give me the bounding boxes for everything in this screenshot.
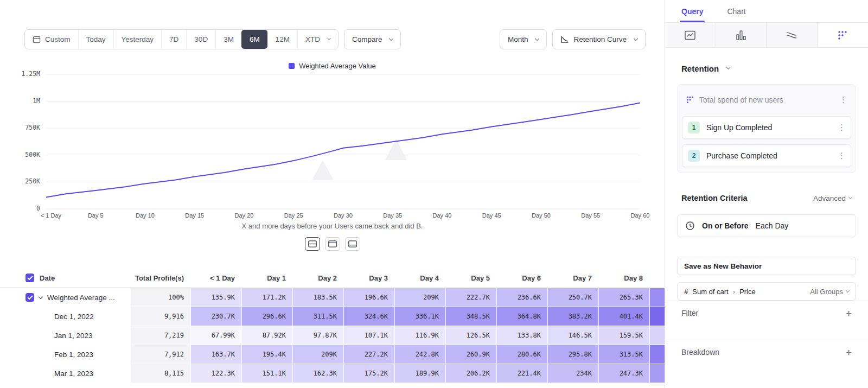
retention-value-cell[interactable]: 146.5K: [548, 326, 598, 345]
breakdown-section[interactable]: Breakdown +: [665, 340, 868, 379]
retention-value-cell[interactable]: 87.92K: [242, 326, 292, 345]
retention-value-cell[interactable]: 221.4K: [497, 364, 547, 383]
retention-value-cell[interactable]: 163.7K: [191, 345, 241, 364]
retention-value-cell[interactable]: 260.9K: [446, 345, 496, 364]
retention-value-cell[interactable]: 313.5K: [599, 345, 649, 364]
advanced-dropdown[interactable]: Advanced: [813, 194, 852, 202]
chart-type-funnel-tab[interactable]: [716, 23, 767, 47]
retention-value-cell[interactable]: 336.1K: [395, 307, 445, 326]
chart-type-button[interactable]: Retention Curve: [552, 29, 646, 49]
retention-value-cell[interactable]: 242.8K: [395, 345, 445, 364]
chart-type-flows-tab[interactable]: [767, 23, 818, 47]
retention-value-cell[interactable]: 324.6K: [344, 307, 394, 326]
retention-value-cell[interactable]: 206.2K: [446, 364, 496, 383]
retention-value-cell[interactable]: 135.9K: [191, 288, 241, 307]
retention-value-cell[interactable]: 222.7K: [446, 288, 496, 307]
save-as-new-behavior-button[interactable]: Save as New Behavior: [677, 257, 856, 275]
retention-value-cell[interactable]: 265.3K: [599, 288, 649, 307]
kebab-menu-icon[interactable]: ⋮: [838, 123, 845, 132]
row-label-cell[interactable]: Jan 1, 2023: [0, 326, 130, 345]
range-12m-button[interactable]: 12M: [267, 30, 297, 49]
filter-label: Filter: [681, 309, 698, 317]
range-6m-button[interactable]: 6M: [241, 30, 267, 49]
overflow-cell: [650, 307, 665, 326]
retention-value-cell[interactable]: 133.8K: [497, 326, 547, 345]
retention-value-cell[interactable]: 280.6K: [497, 345, 547, 364]
retention-value-cell[interactable]: 311.5K: [293, 307, 343, 326]
retention-value-cell[interactable]: 196.6K: [344, 288, 394, 307]
retention-timing-card[interactable]: On or Before Each Day: [677, 214, 856, 237]
all-groups-dropdown[interactable]: All Groups: [810, 288, 849, 296]
custom-range-button[interactable]: Custom: [25, 30, 78, 49]
behavior-header[interactable]: Total spend of new users ⋮: [682, 89, 851, 111]
flows-icon: [786, 30, 797, 40]
row-label-cell[interactable]: Dec 1, 2022: [0, 307, 130, 326]
retention-value-cell[interactable]: 151.1K: [242, 364, 292, 383]
range-yesterday-button[interactable]: Yesterday: [113, 30, 162, 49]
chart-legend[interactable]: Weighted Average Value: [0, 62, 665, 70]
day-column-header: Day 5: [446, 269, 496, 287]
row-label-cell[interactable]: Weighted Average ...: [0, 288, 130, 307]
range-7d-button[interactable]: 7D: [161, 30, 186, 49]
tab-query[interactable]: Query: [681, 0, 703, 22]
retention-value-cell[interactable]: 189.9K: [395, 364, 445, 383]
tab-chart[interactable]: Chart: [727, 0, 745, 22]
retention-value-cell[interactable]: 295.8K: [548, 345, 598, 364]
layout-header-row-button[interactable]: [325, 237, 340, 251]
layout-split-rows-button[interactable]: [305, 237, 320, 251]
retention-value-cell[interactable]: 401.4K: [599, 307, 649, 326]
retention-value-cell[interactable]: 159.5K: [599, 326, 649, 345]
step-sign-up-completed[interactable]: 1 Sign Up Completed ⋮: [682, 116, 851, 139]
kebab-menu-icon[interactable]: ⋮: [838, 151, 845, 161]
retention-value-cell[interactable]: 175.2K: [344, 364, 394, 383]
retention-value-cell[interactable]: 383.2K: [548, 307, 598, 326]
filter-section[interactable]: Filter +: [665, 301, 868, 340]
retention-value-cell[interactable]: 171.2K: [242, 288, 292, 307]
retention-value-cell[interactable]: 67.99K: [191, 326, 241, 345]
granularity-button[interactable]: Month: [500, 29, 547, 49]
retention-value-cell[interactable]: 183.5K: [293, 288, 343, 307]
retention-value-cell[interactable]: 122.3K: [191, 364, 241, 383]
range-today-button[interactable]: Today: [78, 30, 113, 49]
kebab-menu-icon[interactable]: ⋮: [839, 95, 847, 105]
chart-type-insights-tab[interactable]: [665, 23, 716, 47]
retention-value-cell[interactable]: 296.6K: [242, 307, 292, 326]
retention-value-cell[interactable]: 116.9K: [395, 326, 445, 345]
retention-value-cell[interactable]: 195.4K: [242, 345, 292, 364]
retention-value-cell[interactable]: 250.7K: [548, 288, 598, 307]
range-3m-button[interactable]: 3M: [215, 30, 241, 49]
add-breakdown-icon[interactable]: +: [846, 348, 852, 358]
retention-value-cell[interactable]: 209K: [293, 345, 343, 364]
retention-value-cell[interactable]: 234K: [548, 364, 598, 383]
step-purchase-completed[interactable]: 2 Purchase Completed ⋮: [682, 144, 851, 167]
retention-value-cell[interactable]: 364.8K: [497, 307, 547, 326]
row-checkbox[interactable]: [25, 293, 34, 302]
row-label-cell[interactable]: Mar 1, 2023: [0, 364, 130, 383]
retention-value-cell[interactable]: 247.3K: [599, 364, 649, 383]
retention-value-cell[interactable]: 126.5K: [446, 326, 496, 345]
add-filter-icon[interactable]: +: [846, 309, 852, 319]
range-30d-button[interactable]: 30D: [186, 30, 215, 49]
retention-section-dropdown[interactable]: Retention: [681, 64, 868, 73]
chart-type-retention-tab[interactable]: [818, 23, 868, 47]
layout-single-pane-button[interactable]: [345, 237, 360, 251]
tab-query-label: Query: [681, 7, 703, 16]
measure-property-row[interactable]: # Sum of cart › Price All Groups: [677, 282, 856, 301]
retention-value-cell[interactable]: 107.1K: [344, 326, 394, 345]
compare-button[interactable]: Compare: [344, 29, 401, 49]
behavior-title: Total spend of new users: [699, 96, 834, 104]
retention-value-cell[interactable]: 236.6K: [497, 288, 547, 307]
retention-value-cell[interactable]: 227.2K: [344, 345, 394, 364]
retention-value-cell[interactable]: 162.3K: [293, 364, 343, 383]
row-label-cell[interactable]: Feb 1, 2023: [0, 345, 130, 364]
retention-value-cell[interactable]: 230.7K: [191, 307, 241, 326]
retention-value-cell[interactable]: 348.5K: [446, 307, 496, 326]
retention-value-cell[interactable]: 209K: [395, 288, 445, 307]
retention-value-cell[interactable]: 97.87K: [293, 326, 343, 345]
chevron-down-icon: [726, 66, 730, 69]
row-expand-chevron[interactable]: [39, 294, 43, 298]
x-axis-caption: X and more days before your Users came b…: [0, 222, 665, 230]
select-all-checkbox[interactable]: [25, 273, 34, 282]
legend-label: Weighted Average Value: [299, 62, 376, 70]
range-xtd-button[interactable]: XTD: [297, 30, 338, 49]
